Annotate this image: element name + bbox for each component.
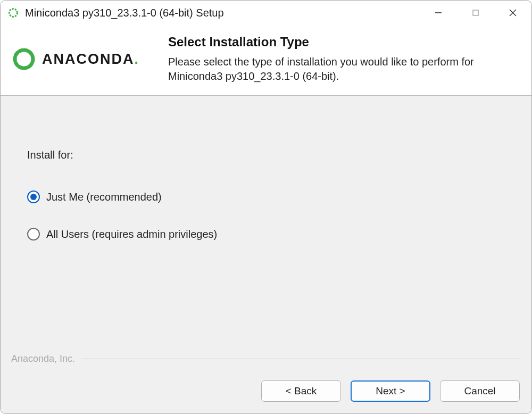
company-name: Anaconda, Inc. bbox=[11, 353, 81, 365]
radio-just-me[interactable]: Just Me (recommended) bbox=[27, 191, 505, 203]
radio-label: Just Me (recommended) bbox=[46, 191, 162, 203]
window-title: Miniconda3 py310_23.3.1-0 (64-bit) Setup bbox=[25, 7, 420, 19]
installer-window: Miniconda3 py310_23.3.1-0 (64-bit) Setup… bbox=[0, 0, 532, 414]
anaconda-ring-icon bbox=[11, 46, 37, 72]
page-heading: Select Installation Type bbox=[168, 35, 521, 49]
minimize-button[interactable] bbox=[420, 1, 457, 25]
svg-point-0 bbox=[10, 9, 18, 17]
divider-line bbox=[81, 359, 521, 359]
header-panel: ANACONDA. Select Installation Type Pleas… bbox=[1, 25, 531, 96]
radio-all-users[interactable]: All Users (requires admin privileges) bbox=[27, 228, 505, 241]
next-button[interactable]: Next > bbox=[351, 380, 430, 402]
footer-rule: Anaconda, Inc. bbox=[11, 353, 521, 365]
page-description: Please select the type of installation y… bbox=[168, 55, 521, 84]
titlebar: Miniconda3 py310_23.3.1-0 (64-bit) Setup bbox=[1, 1, 531, 25]
button-row: < Back Next > Cancel bbox=[261, 380, 520, 402]
radio-unselected-icon bbox=[27, 228, 40, 241]
window-controls bbox=[420, 1, 531, 25]
app-icon bbox=[8, 7, 19, 18]
radio-label: All Users (requires admin privileges) bbox=[46, 228, 217, 241]
brand-wordmark: ANACONDA. bbox=[42, 51, 139, 68]
install-for-label: Install for: bbox=[27, 149, 505, 161]
maximize-button[interactable] bbox=[457, 1, 494, 25]
svg-rect-2 bbox=[473, 10, 478, 15]
svg-point-5 bbox=[15, 50, 33, 68]
body-panel: Install for: Just Me (recommended) All U… bbox=[1, 96, 531, 413]
radio-selected-icon bbox=[27, 191, 40, 203]
cancel-button[interactable]: Cancel bbox=[440, 380, 520, 402]
header-text: Select Installation Type Please select t… bbox=[168, 35, 521, 84]
close-button[interactable] bbox=[494, 1, 531, 25]
brand-logo: ANACONDA. bbox=[11, 46, 168, 72]
back-button[interactable]: < Back bbox=[261, 380, 341, 402]
